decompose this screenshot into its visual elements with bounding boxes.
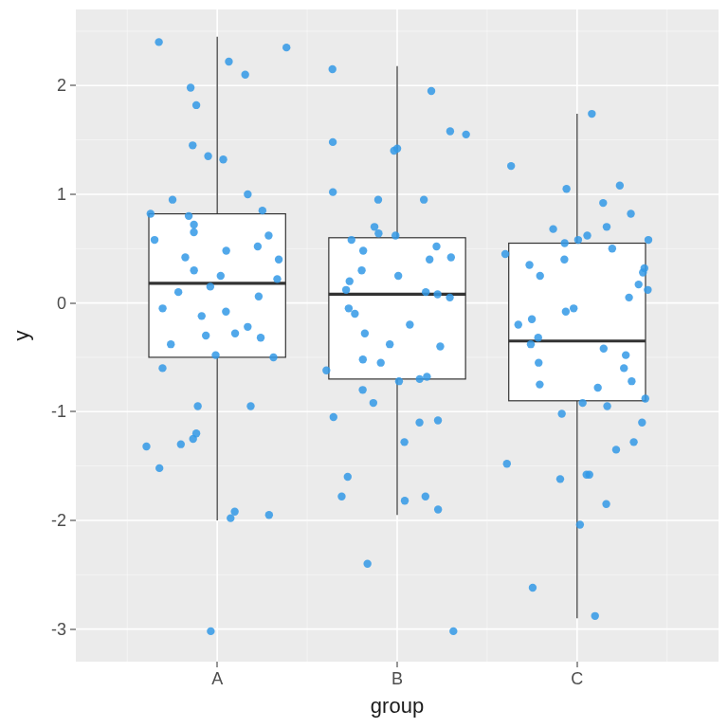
x-axis-title: group [76, 694, 719, 719]
y-tick-label: -2 [51, 510, 66, 530]
jitter-point [428, 87, 435, 95]
jitter-point [628, 377, 635, 385]
jitter-point [361, 330, 369, 337]
jitter-point [198, 312, 206, 319]
jitter-point [603, 402, 610, 410]
jitter-point [560, 256, 568, 264]
jitter-point [337, 493, 345, 500]
jitter-point [329, 188, 337, 195]
jitter-point [344, 473, 352, 481]
jitter-point [562, 308, 570, 316]
jitter-point [549, 225, 556, 232]
jitter-point [525, 261, 533, 268]
jitter-point [177, 440, 185, 447]
jitter-point [434, 416, 442, 424]
jitter-point [363, 560, 371, 568]
jitter-point [374, 195, 382, 203]
jitter-point [204, 153, 211, 160]
jitter-point [219, 155, 227, 163]
jitter-point [192, 429, 200, 437]
jitter-point [254, 243, 262, 250]
jitter-point [359, 355, 367, 363]
jitter-point [346, 277, 354, 284]
jitter-point [207, 282, 214, 290]
jitter-point [329, 65, 337, 73]
chart-container: y -3-2-1012 ABC group [0, 0, 728, 728]
jitter-point [230, 508, 238, 516]
jitter-point [217, 272, 225, 280]
jitter-point [211, 351, 219, 358]
jitter-point [529, 584, 537, 592]
jitter-point [174, 288, 182, 296]
jitter-point [603, 223, 610, 230]
x-tick-mark [217, 662, 218, 667]
jitter-point [436, 342, 444, 350]
jitter-point [620, 364, 628, 372]
y-axis-ticks: -3-2-1012 [34, 9, 76, 662]
jitter-point [602, 500, 610, 508]
jitter-point [570, 304, 577, 312]
jitter-point [391, 231, 399, 239]
jitter-point [158, 364, 166, 372]
jitter-point [638, 419, 646, 427]
jitter-point [185, 212, 192, 220]
jitter-point [616, 182, 624, 190]
jitter-point [273, 275, 281, 282]
jitter-point [155, 38, 162, 46]
jitter-point [269, 354, 277, 361]
jitter-point [592, 612, 599, 620]
jitter-point [190, 228, 197, 236]
jitter-point [155, 464, 163, 472]
jitter-point [588, 110, 595, 118]
jitter-point [557, 410, 565, 417]
jitter-point [167, 340, 174, 348]
jitter-point [371, 223, 378, 230]
x-tick-mark [576, 662, 577, 667]
jitter-point [645, 236, 652, 244]
jitter-point [644, 286, 651, 294]
jitter-point [264, 231, 272, 239]
jitter-point [583, 231, 591, 239]
jitter-point [187, 83, 194, 91]
jitter-point [394, 272, 402, 280]
jitter-point [189, 141, 196, 149]
jitter-point [642, 394, 649, 402]
jitter-point [420, 195, 428, 203]
jitter-point [422, 288, 429, 296]
jitter-point [446, 294, 453, 301]
jitter-point [535, 358, 542, 366]
x-tick-label: A [211, 669, 223, 689]
jitter-point [612, 446, 620, 453]
jitter-point [415, 375, 423, 383]
jitter-point [446, 127, 454, 135]
jitter-point [370, 399, 377, 407]
jitter-point [574, 236, 582, 244]
jitter-point [190, 221, 197, 228]
x-axis-title-text: group [371, 694, 424, 718]
jitter-point [231, 330, 239, 337]
jitter-point [578, 399, 586, 407]
jitter-point [257, 334, 264, 341]
jitter-point [395, 377, 403, 385]
jitter-point [422, 493, 429, 500]
jitter-point [351, 310, 358, 318]
jitter-point [515, 320, 522, 328]
jitter-point [622, 351, 629, 358]
jitter-point [246, 402, 254, 410]
jitter-point [536, 380, 543, 388]
jitter-point [449, 628, 457, 635]
jitter-point [629, 438, 637, 446]
jitter-point [244, 323, 251, 331]
jitter-point [282, 44, 290, 51]
jitter-point [406, 320, 413, 328]
jitter-point [330, 413, 337, 421]
jitter-point [627, 209, 634, 217]
jitter-point [244, 191, 251, 198]
x-tick-label: C [571, 669, 583, 689]
jitter-point [222, 246, 229, 254]
jitter-point [259, 207, 266, 214]
jitter-point [447, 253, 455, 261]
jitter-point [586, 471, 593, 479]
x-tick-label: B [391, 669, 403, 689]
jitter-point [241, 71, 248, 79]
